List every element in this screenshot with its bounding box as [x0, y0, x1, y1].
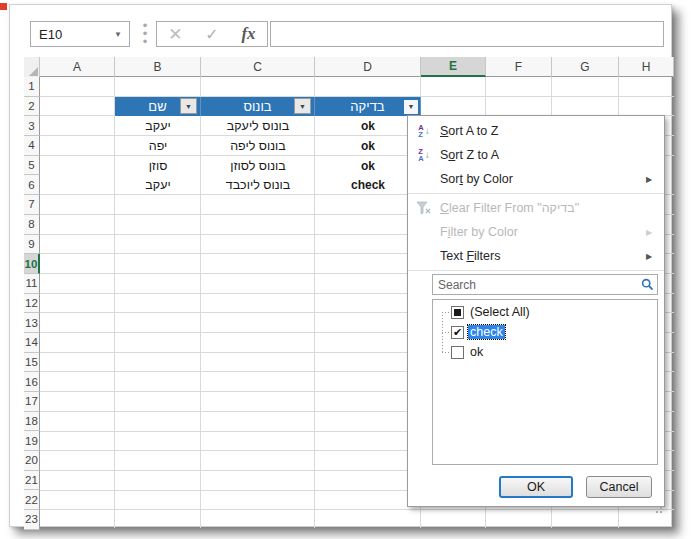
column-header-c[interactable]: C	[201, 57, 315, 77]
column-header-g[interactable]: G	[552, 57, 619, 77]
row-header-1[interactable]: 1	[24, 77, 40, 97]
row-header-22[interactable]: 22	[24, 490, 40, 510]
menu-item-label: Sort A to Z	[440, 124, 664, 138]
menu-item-sort-a-to-z[interactable]: AZ↓ Sort A to Z	[408, 119, 664, 143]
row-header-14[interactable]: 14	[24, 333, 40, 353]
cell-c3[interactable]: בונוס ליעקב	[201, 116, 315, 136]
list-item-label[interactable]: (Select All)	[468, 305, 532, 319]
submenu-arrow-icon: ▶	[646, 175, 664, 184]
filter-button-name[interactable]: ▼	[180, 98, 197, 114]
column-header-e[interactable]: E	[421, 57, 486, 77]
menu-separator	[408, 270, 664, 271]
table-row: יפה בונוס ליפה ok	[115, 136, 421, 156]
formula-toolbar: ▼ ••• ✕ ✓ fx	[10, 5, 671, 57]
cell-d4[interactable]: ok	[315, 136, 421, 156]
cell-d3[interactable]: ok	[315, 116, 421, 136]
menu-item-sort-z-to-a[interactable]: ZA↓ Sort Z to A	[408, 143, 664, 167]
row-header-16[interactable]: 16	[24, 372, 40, 392]
enter-entry-icon[interactable]: ✓	[205, 25, 218, 44]
row-header-4[interactable]: 4	[24, 136, 40, 156]
checkbox-indeterminate-icon[interactable]	[451, 306, 464, 319]
menu-item-label: Sort by Color	[440, 172, 646, 186]
cell-b5[interactable]: סוזן	[115, 156, 201, 176]
formula-bar-input[interactable]	[271, 22, 663, 46]
filter-button-bonus[interactable]: ▼	[294, 98, 311, 114]
row-header-23[interactable]: 23	[24, 510, 40, 530]
cell-c5[interactable]: בונוס לסוזן	[201, 156, 315, 176]
row-header-13[interactable]: 13	[24, 313, 40, 333]
checkbox-checked-icon[interactable]: ✔	[451, 326, 464, 339]
table-row: סוזן בונוס לסוזן ok	[115, 156, 421, 176]
row-headers: 1 2 3 4 5 6 7 8 9 10 11 12 13 14 15 16 1…	[24, 77, 40, 530]
formula-bar[interactable]	[270, 21, 664, 47]
formula-buttons: ✕ ✓ fx	[156, 21, 268, 47]
list-item-label[interactable]: ok	[468, 345, 485, 359]
name-box-input[interactable]	[31, 27, 107, 42]
column-header-b[interactable]: B	[115, 57, 201, 77]
cell-c6[interactable]: בונוס ליוכבד	[201, 176, 315, 196]
row-header-18[interactable]: 18	[24, 412, 40, 432]
table-header-check[interactable]: בדיקה ▼	[315, 97, 421, 117]
row-header-11[interactable]: 11	[24, 274, 40, 294]
filter-search-input[interactable]	[433, 278, 637, 292]
table-header-bonus-label: בונוס	[243, 99, 271, 114]
cancel-button[interactable]: Cancel	[586, 476, 652, 498]
list-item-ok[interactable]: ok	[433, 342, 485, 362]
name-box-dropdown-icon[interactable]: ▼	[107, 30, 129, 39]
cell-b4[interactable]: יפה	[115, 136, 201, 156]
row-header-6[interactable]: 6	[24, 175, 40, 195]
menu-item-label: Clear Filter From "בדיקה"	[440, 201, 664, 215]
row-header-5[interactable]: 5	[24, 156, 40, 176]
sort-az-icon: AZ↓	[408, 124, 440, 138]
clear-filter-icon	[408, 201, 440, 216]
toolbar-separator-dots: •••	[141, 22, 149, 46]
row-header-20[interactable]: 20	[24, 451, 40, 471]
row-header-7[interactable]: 7	[24, 195, 40, 215]
list-item-check[interactable]: ✔ check	[433, 322, 505, 342]
menu-item-text-filters[interactable]: Text Filters ▶	[408, 244, 664, 268]
cell-c4[interactable]: בונוס ליפה	[201, 136, 315, 156]
filter-dropdown-icon: ▼	[299, 103, 306, 110]
checkbox-unchecked-icon[interactable]	[451, 346, 464, 359]
search-icon[interactable]	[637, 278, 657, 291]
table-row: יעקב בונוס ליעקב ok	[115, 116, 421, 136]
resize-grip[interactable]	[654, 505, 662, 513]
cell-d6[interactable]: check	[315, 176, 421, 196]
row-header-3[interactable]: 3	[24, 116, 40, 136]
cell-b3[interactable]: יעקב	[115, 116, 201, 136]
insert-function-icon[interactable]: fx	[241, 24, 255, 44]
column-header-a[interactable]: A	[40, 57, 115, 77]
row-header-2[interactable]: 2	[24, 97, 40, 117]
row-header-15[interactable]: 15	[24, 353, 40, 373]
filter-dropdown-icon: ▼	[185, 103, 192, 110]
corner-triangle-icon	[29, 67, 38, 76]
list-item-select-all[interactable]: (Select All)	[433, 302, 532, 322]
column-header-f[interactable]: F	[486, 57, 552, 77]
row-header-10[interactable]: 10	[24, 254, 40, 274]
filter-dropdown-icon: ▼	[408, 103, 415, 110]
filter-search-box[interactable]	[432, 274, 658, 295]
list-item-label-selected[interactable]: check	[468, 325, 505, 339]
menu-item-label: Text Filters	[440, 249, 646, 263]
cancel-entry-icon[interactable]: ✕	[168, 24, 182, 45]
cell-b6[interactable]: יעקב	[115, 176, 201, 196]
table-header-name[interactable]: שם ▼	[115, 97, 201, 117]
row-header-8[interactable]: 8	[24, 215, 40, 235]
column-header-h[interactable]: H	[619, 57, 674, 77]
column-header-d[interactable]: D	[315, 57, 421, 77]
select-all-corner[interactable]	[24, 57, 40, 77]
filter-button-check-active[interactable]: ▼	[402, 98, 420, 116]
row-header-19[interactable]: 19	[24, 431, 40, 451]
cell-d5[interactable]: ok	[315, 156, 421, 176]
ok-button[interactable]: OK	[499, 476, 573, 498]
filter-values-list[interactable]: (Select All) ✔ check ok	[432, 299, 658, 465]
menu-item-sort-by-color[interactable]: Sort by Color ▶	[408, 167, 664, 191]
row-header-21[interactable]: 21	[24, 471, 40, 491]
row-header-9[interactable]: 9	[24, 235, 40, 255]
name-box[interactable]: ▼	[30, 21, 130, 47]
tree-stub-line	[442, 312, 451, 313]
table-header-bonus[interactable]: בונוס ▼	[201, 97, 315, 117]
row-header-17[interactable]: 17	[24, 392, 40, 412]
row-header-12[interactable]: 12	[24, 294, 40, 314]
submenu-arrow-icon: ▶	[646, 252, 664, 261]
